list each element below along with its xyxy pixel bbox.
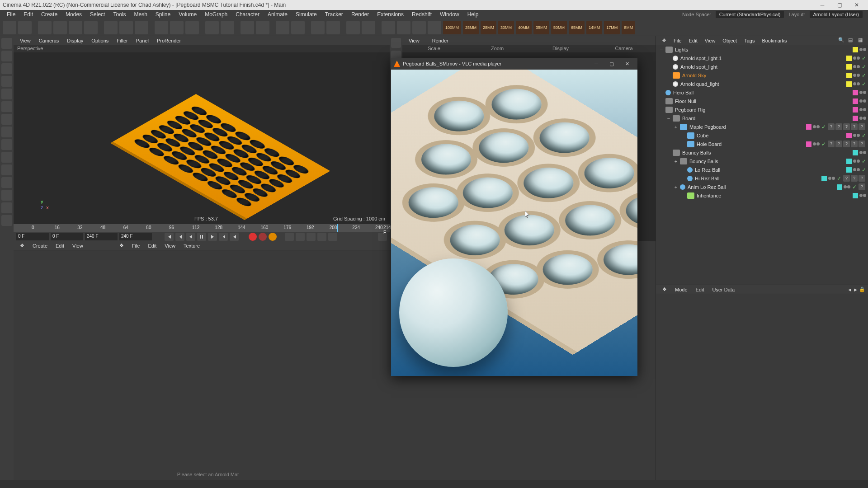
layer-swatch[interactable] (846, 81, 852, 87)
menu-edit[interactable]: Edit (19, 10, 37, 19)
layer-swatch[interactable] (846, 73, 852, 78)
floor-icon[interactable] (256, 21, 269, 34)
menu-simulate[interactable]: Simulate (292, 10, 321, 19)
menu-character[interactable]: Character (231, 10, 264, 19)
layer-swatch[interactable] (853, 150, 858, 155)
tree-twisty[interactable]: − (659, 47, 664, 52)
pos-key-toggle[interactable] (285, 233, 294, 241)
tree-row-hi-rez-ball[interactable]: Hi Rez Ball✓??? (656, 174, 868, 183)
rv-tab-zoom[interactable]: Zoom (466, 45, 529, 52)
arnold-icon[interactable] (205, 21, 219, 34)
mat-menu-1[interactable]: Create (29, 242, 51, 249)
tag-icon[interactable]: ? (859, 123, 865, 130)
lens-35MM[interactable]: 35MM (533, 21, 549, 34)
tree-twisty[interactable]: − (659, 107, 664, 113)
prev-frame-button[interactable] (186, 233, 195, 241)
tweak-icon[interactable] (1, 152, 12, 163)
node-menu-3[interactable]: View (161, 242, 179, 249)
enable-check[interactable]: ✓ (852, 184, 857, 190)
tree-row-arnold-spot-light[interactable]: Arnold spot_light✓ (656, 62, 868, 71)
layer-swatch[interactable] (846, 133, 852, 138)
menu-tracker[interactable]: Tracker (321, 10, 347, 19)
vp-menu-filter[interactable]: Filter (113, 37, 131, 44)
obj-menu-1[interactable]: File (670, 37, 685, 44)
visibility-dots[interactable] (853, 74, 860, 77)
layer-swatch[interactable] (853, 193, 858, 198)
play-button[interactable] (208, 233, 217, 241)
layer-swatch[interactable] (806, 124, 811, 130)
node-menu-1[interactable]: File (128, 242, 144, 249)
layer-swatch[interactable] (846, 64, 852, 70)
enable-check[interactable]: ✓ (862, 132, 866, 139)
search-icon[interactable]: 🔍 (838, 37, 845, 44)
tag-icon[interactable]: ? (859, 175, 865, 182)
poly-mode-icon[interactable] (1, 101, 12, 112)
lens-25MM[interactable]: 25MM (463, 21, 479, 34)
menu-file[interactable]: File (3, 10, 19, 19)
autokey-button[interactable] (259, 233, 267, 241)
goto-start-button[interactable] (165, 233, 174, 241)
window-maximize[interactable]: ▢ (831, 0, 848, 10)
workplane-icon[interactable] (291, 21, 305, 34)
rotate-icon[interactable] (84, 21, 98, 34)
window-close[interactable]: ✕ (848, 0, 865, 10)
axis-icon[interactable] (1, 139, 12, 150)
render-icon[interactable] (170, 21, 184, 34)
visibility-dots[interactable] (859, 151, 866, 154)
lens-50MM[interactable]: 50MM (551, 21, 567, 34)
param-key-toggle[interactable] (317, 233, 326, 241)
lens-17MM[interactable]: 17MM (604, 21, 620, 34)
record-button[interactable] (249, 233, 257, 241)
tree-row-arnold-quad-light[interactable]: Arnold quad_light✓ (656, 80, 868, 88)
layer-swatch[interactable] (837, 184, 842, 190)
s-icon[interactable] (1, 190, 12, 201)
enable-check[interactable]: ✓ (837, 175, 841, 182)
frame-current-field[interactable]: 0 F (51, 233, 83, 240)
visibility-dots[interactable] (853, 82, 860, 85)
vp-menu-panel[interactable]: Panel (132, 37, 152, 44)
lens-65MM[interactable]: 65MM (569, 21, 585, 34)
window-minimize[interactable]: ─ (814, 0, 831, 10)
brush-icon[interactable] (221, 21, 234, 34)
material-icon[interactable] (241, 21, 254, 34)
visibility-dots[interactable] (853, 65, 860, 68)
menu-help[interactable]: Help (463, 10, 483, 19)
layer-swatch[interactable] (853, 90, 858, 95)
view-icon[interactable]: ▦ (858, 37, 865, 44)
live-select-icon[interactable] (38, 21, 52, 34)
attr-nav-fwd-icon[interactable]: ► (853, 287, 858, 292)
layer-swatch[interactable] (806, 141, 811, 147)
menu-window[interactable]: Window (436, 10, 463, 19)
vp-menu-cameras[interactable]: Cameras (35, 37, 63, 44)
viewport-solo-icon[interactable] (1, 164, 12, 175)
visibility-dots[interactable] (853, 134, 860, 137)
tree-row-board[interactable]: −Board (656, 114, 868, 122)
prev-key-button[interactable] (175, 233, 184, 241)
frame-range-field[interactable]: 240 F (119, 233, 152, 240)
visibility-dots[interactable] (828, 177, 835, 180)
menu-select[interactable]: Select (86, 10, 109, 19)
visibility-dots[interactable] (859, 117, 866, 120)
menu-modes[interactable]: Modes (61, 10, 86, 19)
tag-icon[interactable]: ? (851, 175, 858, 182)
snap-icon[interactable] (276, 21, 289, 34)
frame-start-field[interactable]: 0 F (16, 233, 49, 240)
attr-nav-back-icon[interactable]: ◄ (847, 287, 852, 292)
enable-check[interactable]: ✓ (862, 158, 866, 164)
menu-extensions[interactable]: Extensions (373, 10, 408, 19)
texture-mode-icon[interactable] (1, 51, 12, 61)
tree-row-floor-null[interactable]: Floor Null (656, 97, 868, 105)
y-axis-icon[interactable] (119, 21, 133, 34)
obj-menu-5[interactable]: Tags (741, 37, 758, 44)
obj-menu-0[interactable]: ❖ (659, 37, 670, 44)
rv-tab-camera[interactable]: Camera (592, 45, 656, 52)
rv-tab-display[interactable]: Display (529, 45, 592, 52)
enable-check[interactable]: ✓ (821, 141, 826, 147)
object-manager-tree[interactable]: −LightsArnold spot_light.1✓Arnold spot_l… (656, 45, 868, 285)
vlc-titlebar[interactable]: Pegboard Balls_SM.mov - VLC media player… (391, 58, 637, 70)
keyframe-sel-button[interactable] (269, 233, 277, 241)
vp-menu-display[interactable]: Display (63, 37, 87, 44)
x-axis-icon[interactable] (104, 21, 118, 34)
lens-8MM[interactable]: 8MM (622, 21, 635, 34)
pause-button[interactable] (197, 233, 206, 241)
